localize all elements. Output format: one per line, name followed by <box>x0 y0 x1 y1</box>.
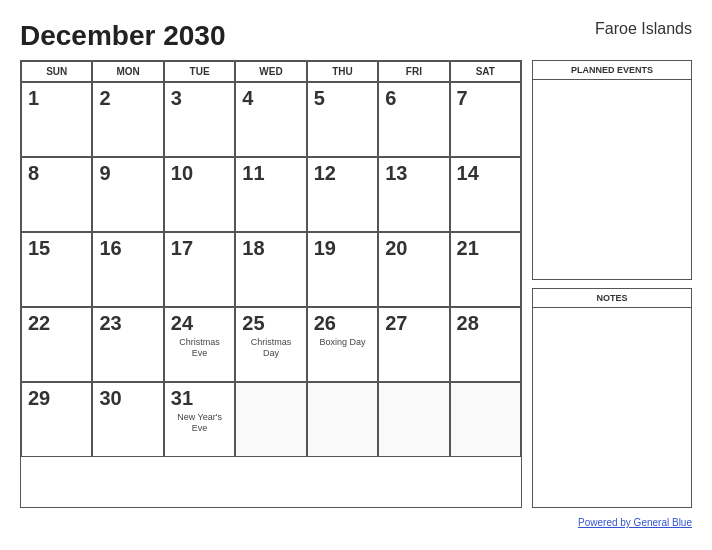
table-row: 12 <box>307 157 378 232</box>
dow-thu: THU <box>307 61 378 82</box>
table-row <box>378 382 449 457</box>
table-row: 3 <box>164 82 235 157</box>
table-row: 1 <box>21 82 92 157</box>
dow-tue: TUE <box>164 61 235 82</box>
table-row: 15 <box>21 232 92 307</box>
header: December 2030 Faroe Islands <box>20 20 692 52</box>
dow-wed: WED <box>235 61 306 82</box>
table-row: 2 <box>92 82 163 157</box>
planned-events-title: PLANNED EVENTS <box>533 61 691 80</box>
notes-title: NOTES <box>533 289 691 308</box>
table-row: 8 <box>21 157 92 232</box>
calendar: SUN MON TUE WED THU FRI SAT 1 2 3 4 5 6 … <box>20 60 522 508</box>
dow-sun: SUN <box>21 61 92 82</box>
table-row: 18 <box>235 232 306 307</box>
table-row <box>450 382 521 457</box>
table-row: 19 <box>307 232 378 307</box>
planned-events-box: PLANNED EVENTS <box>532 60 692 280</box>
table-row: 17 <box>164 232 235 307</box>
table-row: 4 <box>235 82 306 157</box>
table-row: 27 <box>378 307 449 382</box>
table-row: 13 <box>378 157 449 232</box>
table-row: 22 <box>21 307 92 382</box>
table-row: 20 <box>378 232 449 307</box>
notes-box: NOTES <box>532 288 692 508</box>
dow-mon: MON <box>92 61 163 82</box>
footer: Powered by General Blue <box>20 512 692 530</box>
dow-sat: SAT <box>450 61 521 82</box>
table-row: 23 <box>92 307 163 382</box>
calendar-header: SUN MON TUE WED THU FRI SAT <box>21 61 521 82</box>
table-row: 28 <box>450 307 521 382</box>
table-row: 11 <box>235 157 306 232</box>
table-row: 5 <box>307 82 378 157</box>
table-row: 16 <box>92 232 163 307</box>
calendar-body: 1 2 3 4 5 6 7 8 9 10 11 12 13 14 15 16 1… <box>21 82 521 457</box>
table-row: 10 <box>164 157 235 232</box>
powered-by-link[interactable]: Powered by General Blue <box>578 517 692 528</box>
table-row: 30 <box>92 382 163 457</box>
page: December 2030 Faroe Islands SUN MON TUE … <box>20 20 692 530</box>
table-row: 14 <box>450 157 521 232</box>
table-row: 9 <box>92 157 163 232</box>
dow-fri: FRI <box>378 61 449 82</box>
table-row: 26Boxing Day <box>307 307 378 382</box>
table-row: 24Christmas Eve <box>164 307 235 382</box>
table-row: 6 <box>378 82 449 157</box>
table-row: 29 <box>21 382 92 457</box>
sidebar: PLANNED EVENTS NOTES <box>532 60 692 508</box>
region-label: Faroe Islands <box>595 20 692 38</box>
table-row <box>307 382 378 457</box>
page-title: December 2030 <box>20 20 225 52</box>
planned-events-content <box>533 80 691 279</box>
table-row: 25Christmas Day <box>235 307 306 382</box>
table-row: 7 <box>450 82 521 157</box>
main-content: SUN MON TUE WED THU FRI SAT 1 2 3 4 5 6 … <box>20 60 692 508</box>
table-row: 21 <box>450 232 521 307</box>
table-row: 31New Year's Eve <box>164 382 235 457</box>
table-row <box>235 382 306 457</box>
notes-content <box>533 308 691 507</box>
